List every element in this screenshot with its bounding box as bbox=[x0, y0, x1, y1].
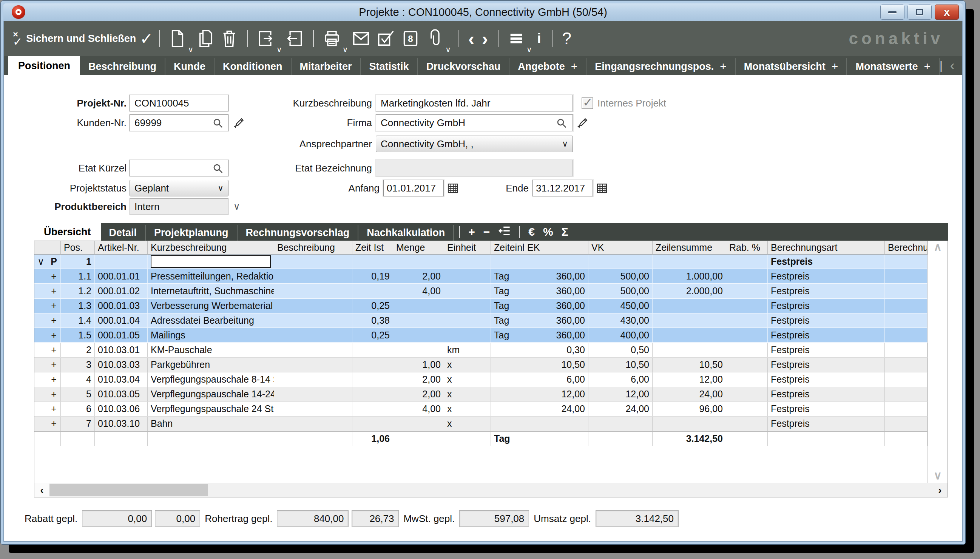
produktbereich-field[interactable]: Intern bbox=[129, 198, 228, 215]
column-header-pos[interactable]: Pos. bbox=[61, 241, 95, 254]
close-button[interactable]: x bbox=[935, 5, 959, 20]
attachment-icon[interactable] bbox=[426, 28, 444, 49]
new-record-dropdown-icon[interactable]: ∨ bbox=[188, 45, 193, 54]
table-row-4[interactable]: +4010.03.04Verpflegungspauschale 8-14 St… bbox=[35, 372, 927, 387]
tab-plus-icon[interactable]: + bbox=[924, 60, 930, 73]
horizontal-scroll-track[interactable] bbox=[208, 483, 932, 497]
print-dropdown-icon[interactable]: ∨ bbox=[342, 45, 348, 54]
column-header-ber2[interactable]: Berechnung bbox=[885, 241, 927, 254]
horizontal-scrollbar[interactable]: ‹ › bbox=[35, 483, 947, 497]
tab-angebote[interactable]: Angebote+ bbox=[509, 58, 587, 75]
firma-search-icon[interactable] bbox=[556, 117, 567, 130]
table-row-1.4[interactable]: +1.4000.01.04Adressdatei Bearbeitung0,38… bbox=[35, 314, 927, 328]
firma-input[interactable] bbox=[376, 114, 573, 131]
table-row-3[interactable]: +3010.03.03Parkgebühren1,00x10,5010,5010… bbox=[35, 358, 927, 372]
export-icon[interactable] bbox=[286, 28, 304, 49]
calendar-icon[interactable]: 8 bbox=[402, 28, 420, 49]
tab-plus-icon[interactable]: + bbox=[831, 60, 838, 73]
table-row-1[interactable]: ∨P1Festpreis bbox=[35, 255, 927, 269]
tab-plus-icon[interactable]: + bbox=[720, 60, 727, 73]
subtab-projektplanung[interactable]: Projektplanung bbox=[146, 225, 238, 241]
column-header-zeit[interactable]: Zeit Ist bbox=[352, 241, 393, 254]
minimize-button[interactable] bbox=[880, 5, 904, 20]
internes-projekt-checkbox[interactable] bbox=[582, 98, 593, 109]
column-header-rab[interactable]: Rab. % bbox=[726, 241, 768, 254]
tab-monatsübersicht[interactable]: Monatsübersicht+ bbox=[735, 58, 848, 75]
table-row-1.5[interactable]: +1.5000.01.05Mailings0,25Tag360,00400,00… bbox=[35, 328, 927, 343]
tab-druckvorschau[interactable]: Druckvorschau bbox=[418, 58, 510, 75]
table-row-1.3[interactable]: +1.3000.01.03Verbesserung Werbematerial0… bbox=[35, 299, 927, 314]
tab-scroll-right-icon[interactable]: › bbox=[962, 58, 963, 74]
column-header-c1[interactable] bbox=[47, 241, 61, 254]
vertical-scrollbar[interactable]: ∧ ∨ bbox=[927, 241, 947, 483]
column-header-beschr[interactable]: Beschreibung bbox=[274, 241, 352, 254]
produktbereich-chevron-icon[interactable]: ∨ bbox=[233, 198, 240, 215]
tab-scroll-left-icon[interactable]: ‹ bbox=[950, 58, 955, 74]
attachment-dropdown-icon[interactable]: ∨ bbox=[445, 45, 451, 54]
mail-icon[interactable] bbox=[352, 28, 370, 49]
table-row-total[interactable]: 1,06Tag3.142,50 bbox=[35, 431, 927, 446]
column-header-ber[interactable]: Berechnungsart bbox=[768, 241, 885, 254]
tab-positionen[interactable]: Positionen bbox=[8, 56, 80, 75]
help-icon[interactable]: ? bbox=[562, 29, 572, 48]
delete-icon[interactable] bbox=[221, 28, 238, 49]
ende-calendar-icon[interactable] bbox=[595, 180, 609, 197]
column-header-ek[interactable]: EK bbox=[524, 241, 588, 254]
percent-icon[interactable]: % bbox=[543, 225, 553, 238]
info-icon[interactable]: i bbox=[537, 31, 541, 46]
tab-beschreibung[interactable]: Beschreibung bbox=[80, 58, 165, 75]
next-record-icon[interactable]: › bbox=[482, 28, 488, 49]
column-header-artikel[interactable]: Artikel-Nr. bbox=[95, 241, 148, 254]
sum-icon[interactable]: Σ bbox=[562, 225, 568, 238]
task-icon[interactable] bbox=[377, 28, 395, 49]
subtab-detail[interactable]: Detail bbox=[101, 225, 146, 241]
scroll-left-icon[interactable]: ‹ bbox=[35, 483, 50, 497]
column-header-einheit[interactable]: Einheit bbox=[444, 241, 491, 254]
duplicate-icon[interactable] bbox=[197, 28, 215, 49]
scroll-down-icon[interactable]: ∨ bbox=[928, 469, 947, 482]
remove-row-icon[interactable]: − bbox=[483, 225, 490, 238]
save-and-close-button[interactable]: Sichern und Schließen bbox=[26, 33, 136, 45]
tab-kunde[interactable]: Kunde bbox=[165, 58, 215, 75]
tab-eingangsrechnungspos[interactable]: Eingangsrechnungspos.+ bbox=[587, 58, 735, 75]
subtab-nachkalkulation[interactable]: Nachkalkulation bbox=[359, 225, 454, 241]
anfang-calendar-icon[interactable] bbox=[446, 180, 460, 197]
projektstatus-select[interactable]: Geplant ∨ bbox=[129, 180, 228, 197]
firma-edit-icon[interactable] bbox=[575, 114, 590, 131]
table-row-6[interactable]: +6010.03.06Verpflegungspauschale 24 Std.… bbox=[35, 402, 927, 417]
scroll-up-icon[interactable]: ∧ bbox=[928, 241, 947, 253]
table-row-2[interactable]: +2010.03.01KM-Pauschalekm0,300,50Festpre… bbox=[35, 343, 927, 358]
scroll-right-icon[interactable]: › bbox=[932, 483, 947, 497]
tab-statistik[interactable]: Statistik bbox=[361, 58, 418, 75]
table-row-1.2[interactable]: +1.2000.01.02Internetauftritt, Suchmasch… bbox=[35, 284, 927, 299]
kunden-nr-search-icon[interactable] bbox=[212, 117, 223, 130]
save-icon[interactable]: ✓ bbox=[140, 30, 153, 48]
ende-date-input[interactable] bbox=[532, 180, 593, 197]
print-icon[interactable] bbox=[323, 28, 341, 49]
import-dropdown-icon[interactable]: ∨ bbox=[276, 45, 282, 54]
subtab-übersicht[interactable]: Übersicht bbox=[34, 223, 101, 241]
outdent-icon[interactable] bbox=[498, 225, 511, 239]
title-bar[interactable]: Projekte : CON100045, Connectivity GmbH … bbox=[3, 3, 963, 21]
tab-mitarbeiter[interactable]: Mitarbeiter bbox=[292, 58, 361, 75]
subtab-rechnungsvorschlag[interactable]: Rechnungsvorschlag bbox=[238, 225, 359, 241]
column-header-c0[interactable] bbox=[35, 241, 47, 254]
table-row-5[interactable]: +5010.03.05Verpflegungspauschale 14-24 S… bbox=[35, 387, 927, 402]
tab-plus-icon[interactable]: + bbox=[571, 60, 578, 73]
table-row-7[interactable]: +7010.03.10BahnxFestpreis bbox=[35, 417, 927, 431]
add-row-icon[interactable]: + bbox=[468, 225, 475, 238]
column-header-menge[interactable]: Menge bbox=[393, 241, 444, 254]
anfang-date-input[interactable] bbox=[383, 180, 444, 197]
column-header-kurz[interactable]: Kurzbeschreibung bbox=[148, 241, 274, 254]
column-header-vk[interactable]: VK bbox=[588, 241, 653, 254]
horizontal-scroll-thumb[interactable] bbox=[50, 484, 208, 496]
tab-konditionen[interactable]: Konditionen bbox=[215, 58, 291, 75]
new-record-icon[interactable] bbox=[169, 28, 186, 49]
projekt-nr-input[interactable] bbox=[129, 95, 228, 111]
kunden-nr-edit-icon[interactable] bbox=[232, 114, 246, 131]
import-icon[interactable] bbox=[257, 28, 275, 49]
menu-icon[interactable] bbox=[507, 28, 525, 49]
inline-edit-field[interactable] bbox=[151, 255, 271, 268]
tab-monatswerte[interactable]: Monatswerte+ bbox=[847, 58, 940, 75]
etat-kuerzel-search-icon[interactable] bbox=[212, 163, 223, 175]
